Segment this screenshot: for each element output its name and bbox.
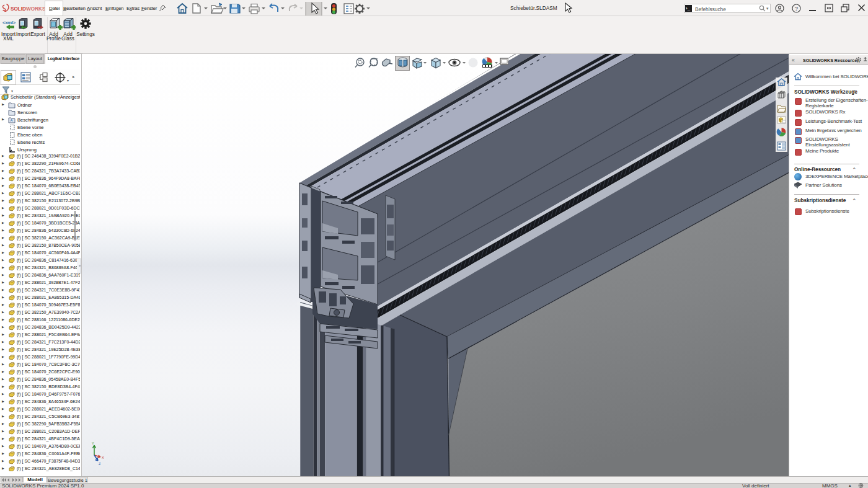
svg-text:A: A [10,118,12,122]
svg-text:Y: Y [92,441,94,445]
svg-text:Z: Z [99,462,101,466]
svg-text:X: X [102,456,104,459]
